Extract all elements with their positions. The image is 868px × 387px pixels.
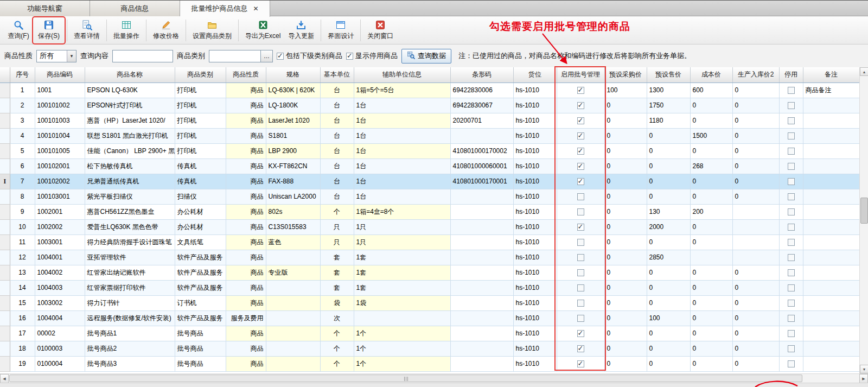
cell-cost[interactable]: 1500: [690, 128, 732, 143]
cell-nature[interactable]: 商品: [226, 98, 266, 113]
cell-name[interactable]: 佳能（Canon） LBP 2900+ 黑: [85, 143, 175, 158]
batch-checkbox[interactable]: [577, 300, 584, 307]
disabled-checkbox[interactable]: [788, 193, 795, 200]
cell-barcode[interactable]: [450, 219, 513, 234]
cell-category[interactable]: 打印机: [175, 83, 226, 98]
cell-prod2[interactable]: 0: [732, 98, 779, 113]
cell-batch[interactable]: [557, 234, 604, 250]
cell-unit[interactable]: 袋: [320, 295, 354, 310]
cell-sale[interactable]: 0: [647, 234, 690, 250]
cell-cost[interactable]: 0: [690, 113, 732, 128]
row-indicator[interactable]: [0, 219, 10, 234]
toolbar-button-excel[interactable]: 导出为Excel: [241, 18, 284, 43]
close-tab-icon[interactable]: ✕: [253, 5, 258, 12]
disabled-checkbox[interactable]: [788, 300, 795, 307]
horizontal-scrollbar[interactable]: ◀ ▶: [0, 373, 868, 383]
cell-cost[interactable]: 268: [690, 158, 732, 174]
disabled-checkbox[interactable]: [788, 239, 795, 246]
cell-unit[interactable]: 套: [320, 265, 354, 280]
tab-batch-maintain[interactable]: 批量维护商品信息 ✕: [180, 1, 270, 17]
cell-remark[interactable]: [803, 204, 859, 219]
cell-aux[interactable]: 1个: [354, 326, 450, 341]
cell-batch[interactable]: [557, 189, 604, 204]
cell-cost[interactable]: 0: [690, 219, 732, 234]
scroll-down-icon[interactable]: ▼: [860, 365, 868, 373]
cell-cost[interactable]: 0: [690, 234, 732, 250]
cell-purchase[interactable]: 0: [604, 113, 647, 128]
cell-disabled[interactable]: [779, 356, 803, 371]
vertical-scrollbar-thumb[interactable]: [860, 198, 868, 224]
cell-spec[interactable]: Uniscan LA2000: [266, 189, 320, 204]
cell-unit[interactable]: 套: [320, 280, 354, 295]
row-indicator[interactable]: [0, 295, 10, 310]
cell-category[interactable]: 打印机: [175, 128, 226, 143]
cell-code[interactable]: 100102001: [35, 158, 85, 174]
cell-location[interactable]: hs-1010: [513, 310, 557, 326]
row-indicator[interactable]: [0, 280, 10, 295]
checkbox-checked-icon[interactable]: [346, 53, 353, 60]
batch-checkbox[interactable]: [577, 208, 584, 215]
disabled-checkbox[interactable]: [788, 148, 795, 155]
category-picker-button[interactable]: …: [261, 50, 273, 62]
cell-nature[interactable]: 商品: [226, 265, 266, 280]
table-row-11[interactable]: 111003001得力经典防滑握手设计圆珠笔文具纸笔商品蓝色只1只hs-1010…: [0, 234, 859, 250]
batch-checkbox[interactable]: [577, 284, 584, 291]
table-row-5[interactable]: 5100101005佳能（Canon） LBP 2900+ 黑打印机商品LBP …: [0, 143, 859, 158]
col-header-remark[interactable]: 备注: [803, 67, 859, 83]
cell-cost[interactable]: 0: [690, 280, 732, 295]
cell-sale[interactable]: 1300: [647, 83, 690, 98]
cell-cost[interactable]: 0: [690, 189, 732, 204]
cell-code[interactable]: 1002001: [35, 204, 85, 219]
table-row-4[interactable]: 4100101004联想 S1801 黑白激光打印机打印机商品S1801台1台h…: [0, 128, 859, 143]
cell-category[interactable]: 办公耗材: [175, 219, 226, 234]
table-row-7[interactable]: I7100102002兄弟普通纸传真机传真机商品FAX-888台1台410801…: [0, 174, 859, 189]
cell-sale[interactable]: 0: [647, 356, 690, 371]
disabled-checkbox[interactable]: [788, 254, 795, 261]
cell-remark[interactable]: [803, 265, 859, 280]
cell-aux[interactable]: 1台: [354, 143, 450, 158]
cell-name[interactable]: 亚拓管理软件: [85, 250, 175, 265]
cell-batch[interactable]: [557, 326, 604, 341]
cell-sale[interactable]: 0: [647, 174, 690, 189]
cell-barcode[interactable]: [450, 326, 513, 341]
cell-prod2[interactable]: 0: [732, 265, 779, 280]
cell-no[interactable]: 2: [10, 98, 35, 113]
cell-no[interactable]: 4: [10, 128, 35, 143]
cell-no[interactable]: 18: [10, 341, 35, 356]
cell-barcode[interactable]: [450, 204, 513, 219]
cell-aux[interactable]: 1套: [354, 250, 450, 265]
cell-sale[interactable]: 0: [647, 158, 690, 174]
cell-disabled[interactable]: [779, 280, 803, 295]
table-row-9[interactable]: 91002001惠普CH561ZZ黑色墨盒办公耗材商品802s个1箱=4盒=8个…: [0, 204, 859, 219]
toolbar-button-detail[interactable]: 查看详情: [70, 18, 104, 43]
table-row-12[interactable]: 121004001亚拓管理软件软件产品及服务商品套1套hs-101002850: [0, 250, 859, 265]
cell-cost[interactable]: [690, 250, 732, 265]
batch-checkbox[interactable]: [577, 224, 584, 231]
cell-sale[interactable]: 130: [647, 204, 690, 219]
cell-name[interactable]: 得力经典防滑握手设计圆珠笔: [85, 234, 175, 250]
cell-remark[interactable]: [803, 189, 859, 204]
cell-prod2[interactable]: 0: [732, 158, 779, 174]
cell-name[interactable]: 得力订书针: [85, 295, 175, 310]
cell-code[interactable]: 1004003: [35, 280, 85, 295]
cell-nature[interactable]: 商品: [226, 128, 266, 143]
cell-disabled[interactable]: [779, 113, 803, 128]
cell-cost[interactable]: 0: [690, 341, 732, 356]
cell-code[interactable]: 100101003: [35, 113, 85, 128]
cell-no[interactable]: 17: [10, 326, 35, 341]
table-row-19[interactable]: 190100004批号商品3批号商品商品个1个hs-10100000: [0, 356, 859, 371]
cell-name[interactable]: EPSON针式打印机: [85, 98, 175, 113]
cell-location[interactable]: hs-1010: [513, 280, 557, 295]
col-header-batch[interactable]: 启用批号管理: [557, 67, 604, 83]
cell-unit[interactable]: 个: [320, 341, 354, 356]
cell-purchase[interactable]: 0: [604, 280, 647, 295]
cell-aux[interactable]: 1台: [354, 174, 450, 189]
cell-aux[interactable]: 1套: [354, 265, 450, 280]
cell-aux[interactable]: 1袋: [354, 295, 450, 310]
cell-barcode[interactable]: [450, 250, 513, 265]
cell-remark[interactable]: [803, 128, 859, 143]
cell-no[interactable]: 9: [10, 204, 35, 219]
cell-nature[interactable]: 商品: [226, 174, 266, 189]
cell-nature[interactable]: 商品: [226, 326, 266, 341]
cell-category[interactable]: 订书机: [175, 295, 226, 310]
